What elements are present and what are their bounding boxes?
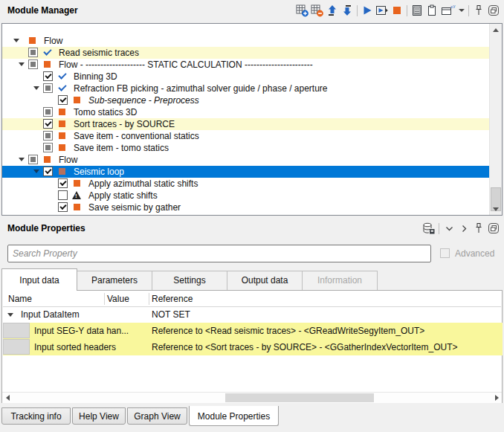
scroll-up-button[interactable] xyxy=(490,24,502,36)
row-checkbox[interactable] xyxy=(43,83,53,93)
orange-square-icon xyxy=(59,120,65,127)
expander-icon[interactable] xyxy=(19,158,25,161)
collapse-chevron-button[interactable] xyxy=(442,221,456,236)
column-header-name[interactable]: Name xyxy=(8,291,32,306)
tree-row[interactable]: Save seismic by gather xyxy=(2,202,489,213)
module-tree[interactable]: FlowRead seismic tracesFlow - ----------… xyxy=(2,24,489,215)
tab-output-data[interactable]: Output data xyxy=(227,271,303,290)
search-property-input[interactable] xyxy=(7,245,431,262)
orange-square-icon xyxy=(74,97,80,103)
column-header-reference[interactable]: Reference xyxy=(152,291,193,306)
row-checkbox[interactable] xyxy=(43,107,53,117)
tree-row[interactable]: Seismic loop xyxy=(2,166,489,178)
table-header: Name Value Reference xyxy=(3,291,501,307)
dock-tab-graph-view[interactable]: Graph View xyxy=(127,407,187,425)
tree-row[interactable]: Save item - conventional statics xyxy=(2,130,489,142)
column-header-value[interactable]: Value xyxy=(107,291,129,306)
tree-row[interactable]: Read seismic traces xyxy=(2,47,489,59)
dock-tab-help-view[interactable]: Help View xyxy=(72,407,126,425)
clipboard-button[interactable] xyxy=(424,3,439,18)
chevron-down-icon xyxy=(459,9,465,12)
database-save-button[interactable] xyxy=(421,221,436,236)
expander-icon[interactable] xyxy=(33,86,39,90)
advanced-checkbox[interactable] xyxy=(440,248,450,258)
dock-tab-tracking-info[interactable]: Tracking info xyxy=(1,407,71,425)
scroll-right-button[interactable] xyxy=(491,393,502,403)
row-checkbox[interactable] xyxy=(43,143,53,152)
row-checkbox[interactable] xyxy=(43,131,53,141)
tree-row[interactable]: Sub-sequence - Preprocess xyxy=(2,94,489,106)
tree-row[interactable]: Binning 3D xyxy=(2,71,489,83)
table-row[interactable]: Input DataItemNOT SET xyxy=(3,306,503,323)
remove-module-button[interactable] xyxy=(310,3,325,18)
tree-row[interactable]: Sort traces - by SOURCE xyxy=(2,118,489,130)
tree-row[interactable]: Refraction FB picking - azimuthal solver… xyxy=(2,83,489,94)
row-checkbox[interactable] xyxy=(28,48,38,57)
tab-input-data[interactable]: Input data xyxy=(1,268,77,291)
row-checkbox[interactable] xyxy=(28,155,38,164)
expander-icon[interactable] xyxy=(19,62,25,66)
row-checkbox[interactable] xyxy=(58,178,68,188)
table-horizontal-scrollbar[interactable] xyxy=(2,392,502,403)
pin-button[interactable] xyxy=(471,221,486,236)
row-indent-cell xyxy=(3,323,30,338)
float-button[interactable] xyxy=(486,221,501,236)
tree-row-label: Save item - conventional statics xyxy=(74,130,199,142)
properties-table[interactable]: Input DataItemNOT SETInput SEG-Y data ha… xyxy=(3,306,503,355)
expander-icon[interactable] xyxy=(13,39,19,42)
tab-settings[interactable]: Settings xyxy=(152,271,227,290)
run-button[interactable] xyxy=(360,3,375,18)
cell-reference: NOT SET xyxy=(152,306,190,323)
row-checkbox[interactable] xyxy=(43,167,53,176)
stop-icon xyxy=(391,4,403,16)
pin-button[interactable] xyxy=(471,3,486,18)
row-checkbox[interactable] xyxy=(28,59,38,69)
row-checkbox[interactable] xyxy=(58,190,68,200)
column-separator[interactable] xyxy=(104,293,105,305)
table-row[interactable]: Input SEG-Y data han...Reference to <Rea… xyxy=(3,323,503,339)
tree-row[interactable]: Apply static shifts xyxy=(2,190,489,202)
tree-row[interactable]: Flow xyxy=(2,35,489,47)
column-separator[interactable] xyxy=(149,293,149,305)
tree-row[interactable]: Flow - -------------------- STATIC CALCU… xyxy=(2,59,489,71)
tree-row[interactable]: Save item - tomo statics xyxy=(2,142,489,154)
tree-row[interactable]: Apply azimuthal static shifts xyxy=(2,178,489,190)
triangle-right-icon xyxy=(495,395,499,401)
replica-window-button[interactable]: xy xyxy=(439,3,457,18)
tree-row-label: Sub-sequence - Preprocess xyxy=(88,94,199,106)
dock-tab-module-properties[interactable]: Module Properties xyxy=(189,406,279,426)
row-checkbox[interactable] xyxy=(43,71,53,81)
move-up-button[interactable] xyxy=(325,3,340,18)
log-view-icon xyxy=(411,4,423,16)
scroll-left-button[interactable] xyxy=(2,393,13,403)
stop-button[interactable] xyxy=(390,3,404,18)
tree-row-label: Flow xyxy=(44,35,62,47)
log-view-button[interactable] xyxy=(410,3,424,18)
replica-dropdown-button[interactable] xyxy=(457,3,466,18)
scrollbar-thumb[interactable] xyxy=(225,393,374,402)
expander-icon[interactable] xyxy=(33,170,39,173)
tab-parameters[interactable]: Parameters xyxy=(77,271,152,290)
expand-chevron-button[interactable] xyxy=(456,221,471,236)
expander-icon[interactable] xyxy=(7,313,13,317)
tab-information: Information xyxy=(302,271,378,290)
row-checkbox[interactable] xyxy=(58,202,68,212)
cell-reference: Reference to <Read seismic traces> - <GR… xyxy=(152,323,424,339)
scroll-down-button[interactable] xyxy=(490,203,502,215)
row-checkbox[interactable] xyxy=(43,119,53,129)
cell-name: Input sorted headers xyxy=(34,339,116,355)
run-interactive-button[interactable] xyxy=(375,3,390,18)
tree-row-label: Flow - -------------------- STATIC CALCU… xyxy=(59,59,313,71)
tree-row[interactable]: Tomo statics 3D xyxy=(2,106,489,118)
tree-vertical-scrollbar[interactable] xyxy=(489,24,502,215)
table-row[interactable]: Input sorted headersReference to <Sort t… xyxy=(3,339,503,355)
row-checkbox[interactable] xyxy=(58,95,68,105)
add-module-button[interactable] xyxy=(295,3,310,18)
tree-row[interactable]: Flow xyxy=(2,154,489,166)
run-icon xyxy=(361,4,373,16)
orange-square-icon xyxy=(74,204,80,210)
float-button[interactable] xyxy=(486,3,501,18)
tree-row-label: Binning 3D xyxy=(74,71,117,83)
module-manager-title: Module Manager xyxy=(7,5,78,16)
move-down-button[interactable] xyxy=(340,3,355,18)
